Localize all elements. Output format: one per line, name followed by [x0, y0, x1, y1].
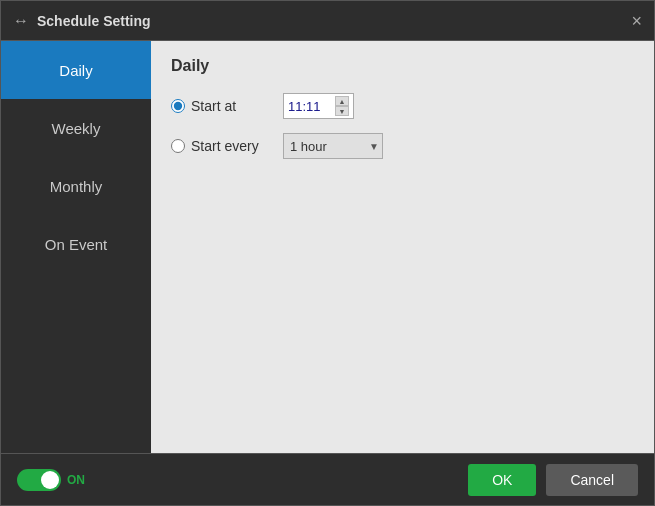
time-input[interactable] — [288, 99, 333, 114]
sidebar: Daily Weekly Monthly On Event — [1, 41, 151, 453]
sidebar-item-on-event[interactable]: On Event — [1, 215, 151, 273]
toggle-wrapper: ON — [17, 469, 85, 491]
sidebar-item-monthly[interactable]: Monthly — [1, 157, 151, 215]
sidebar-daily-label: Daily — [59, 62, 92, 79]
sidebar-item-weekly[interactable]: Weekly — [1, 99, 151, 157]
content-title: Daily — [171, 57, 634, 75]
title-bar: ↔ Schedule Setting × — [1, 1, 654, 41]
on-off-toggle[interactable] — [17, 469, 61, 491]
start-at-radio[interactable] — [171, 99, 185, 113]
time-spin-down[interactable]: ▼ — [335, 106, 349, 116]
sidebar-weekly-label: Weekly — [52, 120, 101, 137]
dialog-title: Schedule Setting — [37, 13, 151, 29]
ok-button[interactable]: OK — [468, 464, 536, 496]
start-at-row: Start at ▲ ▼ — [171, 93, 634, 119]
close-button[interactable]: × — [631, 12, 642, 30]
start-at-radio-label[interactable]: Start at — [171, 98, 271, 114]
start-every-radio[interactable] — [171, 139, 185, 153]
start-at-label: Start at — [191, 98, 236, 114]
sidebar-on-event-label: On Event — [45, 236, 108, 253]
footer: ON OK Cancel — [1, 453, 654, 505]
interval-select[interactable]: 1 hour 2 hours 3 hours 6 hours 12 hours — [283, 133, 383, 159]
start-every-radio-label[interactable]: Start every — [171, 138, 271, 154]
sidebar-monthly-label: Monthly — [50, 178, 103, 195]
time-spin-up[interactable]: ▲ — [335, 96, 349, 106]
sidebar-item-daily[interactable]: Daily — [1, 41, 151, 99]
footer-buttons: OK Cancel — [468, 464, 638, 496]
time-input-wrapper: ▲ ▼ — [283, 93, 354, 119]
interval-select-wrapper: 1 hour 2 hours 3 hours 6 hours 12 hours … — [283, 133, 383, 159]
title-bar-left: ↔ Schedule Setting — [13, 12, 151, 30]
content-area: Daily Start at ▲ ▼ — [151, 41, 654, 453]
toggle-knob — [41, 471, 59, 489]
dialog-body: Daily Weekly Monthly On Event Daily Star… — [1, 41, 654, 453]
schedule-setting-dialog: ↔ Schedule Setting × Daily Weekly Monthl… — [0, 0, 655, 506]
start-every-label: Start every — [191, 138, 259, 154]
time-spin-buttons: ▲ ▼ — [335, 96, 349, 116]
cancel-button[interactable]: Cancel — [546, 464, 638, 496]
start-every-row: Start every 1 hour 2 hours 3 hours 6 hou… — [171, 133, 634, 159]
schedule-icon: ↔ — [13, 12, 29, 30]
toggle-label: ON — [67, 473, 85, 487]
